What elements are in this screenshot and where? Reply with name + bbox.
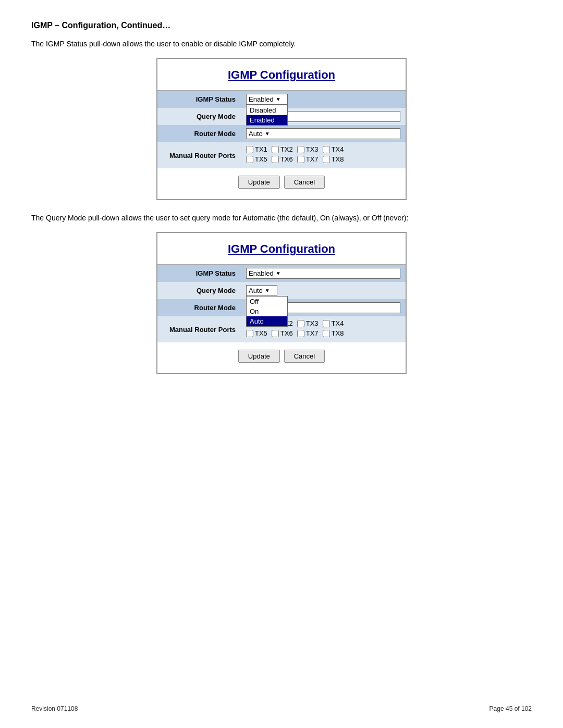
port-tx8-2[interactable]: TX8 <box>323 329 344 337</box>
router-mode-value-cell-1: Auto ▼ <box>241 125 406 142</box>
port-tx3-checkbox-2[interactable] <box>297 320 304 327</box>
port-tx6-1[interactable]: TX6 <box>272 155 293 163</box>
manual-router-ports-value-1: TX1 TX2 TX3 TX4 TX5 TX6 TX7 TX8 <box>241 142 406 168</box>
igmp-status-value-cell: Enabled ▼ Disabled Enabled <box>241 91 406 108</box>
port-tx4-1[interactable]: TX4 <box>323 145 344 153</box>
port-tx3-2[interactable]: TX3 <box>297 319 319 327</box>
igmp-status-chevron-icon: ▼ <box>276 96 281 102</box>
config-table-2: IGMP Status Enabled ▼ Query Mode <box>157 265 406 342</box>
port-tx5-1[interactable]: TX5 <box>246 155 267 163</box>
igmp-status-opt-enabled[interactable]: Enabled <box>247 115 287 125</box>
router-mode-text-1: Auto <box>249 130 263 138</box>
igmp-status-row-2: IGMP Status Enabled ▼ <box>157 265 406 282</box>
port-tx1-1[interactable]: TX1 <box>246 145 267 153</box>
port-tx7-checkbox-1[interactable] <box>297 156 304 163</box>
panel1-update-button[interactable]: Update <box>238 176 280 189</box>
manual-router-ports-row-1: Manual Router Ports TX1 TX2 TX3 TX4 TX5 … <box>157 142 406 168</box>
igmp-status-row: IGMP Status Enabled ▼ Disabled Enabled <box>157 91 406 108</box>
port-tx4-checkbox-2[interactable] <box>323 320 330 327</box>
port-tx7-checkbox-2[interactable] <box>297 330 304 337</box>
igmp-status-selected-text-2: Enabled <box>249 269 274 277</box>
port-tx6-2[interactable]: TX6 <box>272 329 293 337</box>
query-mode-label-1: Query Mode <box>157 108 241 125</box>
panel1-title: IGMP Configuration <box>157 59 406 91</box>
igmp-status-list: Disabled Enabled <box>246 105 288 126</box>
page-title: IGMP – Configuration, Continued… <box>31 21 532 30</box>
query-mode-chevron-icon-2: ▼ <box>265 288 270 293</box>
footer-page: Page 45 of 102 <box>489 705 532 712</box>
query-mode-opt-auto[interactable]: Auto <box>247 316 287 326</box>
port-tx6-checkbox-2[interactable] <box>272 330 279 337</box>
manual-router-ports-label-1: Manual Router Ports <box>157 142 241 168</box>
query-mode-value-cell-2: Auto ▼ Off On Auto <box>241 282 406 299</box>
router-mode-chevron-icon-1: ▼ <box>265 131 270 137</box>
config-panel-1: IGMP Configuration IGMP Status Enabled ▼… <box>156 58 407 200</box>
igmp-status-dropdown[interactable]: Enabled ▼ Disabled Enabled <box>246 94 288 105</box>
igmp-status-value-cell-2: Enabled ▼ <box>241 265 406 282</box>
query-mode-label-2: Query Mode <box>157 282 241 299</box>
description-2: The Query Mode pull-down allows the user… <box>31 213 532 224</box>
query-mode-row-2: Query Mode Auto ▼ Off On Auto <box>157 282 406 299</box>
panel2-wrapper: IGMP Configuration IGMP Status Enabled ▼… <box>31 232 532 374</box>
ports-row2-1: TX5 TX6 TX7 TX8 <box>246 155 400 163</box>
panel2-update-button[interactable]: Update <box>238 350 280 363</box>
ports-row2-2: TX5 TX6 TX7 TX8 <box>246 329 400 337</box>
query-mode-selected-text-2: Auto <box>249 287 263 294</box>
manual-router-ports-label-2: Manual Router Ports <box>157 316 241 342</box>
ports-row1-1: TX1 TX2 TX3 TX4 <box>246 145 400 153</box>
port-tx7-1[interactable]: TX7 <box>297 155 319 163</box>
panel2-cancel-button[interactable]: Cancel <box>284 350 325 363</box>
query-mode-opt-on[interactable]: On <box>247 306 287 316</box>
port-tx4-2[interactable]: TX4 <box>323 319 344 327</box>
port-tx5-checkbox-2[interactable] <box>246 330 253 337</box>
igmp-status-label: IGMP Status <box>157 91 241 108</box>
port-tx1-checkbox-1[interactable] <box>246 146 253 153</box>
panel2-title: IGMP Configuration <box>157 233 406 265</box>
igmp-status-opt-disabled[interactable]: Disabled <box>247 105 287 115</box>
igmp-status-chevron-icon-2: ▼ <box>276 270 281 276</box>
port-tx5-checkbox-1[interactable] <box>246 156 253 163</box>
query-mode-opt-off[interactable]: Off <box>247 297 287 306</box>
igmp-status-selected-text: Enabled <box>249 95 274 103</box>
config-panel-2: IGMP Configuration IGMP Status Enabled ▼… <box>156 232 407 374</box>
footer: Revision 071108 Page 45 of 102 <box>31 705 532 712</box>
router-mode-label-1: Router Mode <box>157 125 241 142</box>
query-mode-dropdown-2[interactable]: Auto ▼ Off On Auto <box>246 285 277 296</box>
footer-revision: Revision 071108 <box>31 705 78 712</box>
port-tx2-1[interactable]: TX2 <box>272 145 293 153</box>
port-tx3-1[interactable]: TX3 <box>297 145 319 153</box>
router-mode-label-2: Router Mode <box>157 299 241 316</box>
port-tx8-checkbox-1[interactable] <box>323 156 330 163</box>
port-tx7-2[interactable]: TX7 <box>297 329 319 337</box>
panel1-cancel-button[interactable]: Cancel <box>284 176 325 189</box>
port-tx8-1[interactable]: TX8 <box>323 155 344 163</box>
panel1-button-row: Update Cancel <box>157 176 406 189</box>
config-table-1: IGMP Status Enabled ▼ Disabled Enabled <box>157 91 406 168</box>
port-tx8-checkbox-2[interactable] <box>323 330 330 337</box>
panel1-wrapper: IGMP Configuration IGMP Status Enabled ▼… <box>31 58 532 200</box>
description-1: The IGMP Status pull-down allows the use… <box>31 39 532 50</box>
router-mode-row-1: Router Mode Auto ▼ <box>157 125 406 142</box>
query-mode-list-2: Off On Auto <box>246 296 288 327</box>
port-tx4-checkbox-1[interactable] <box>323 146 330 153</box>
panel2-button-row: Update Cancel <box>157 350 406 363</box>
igmp-status-label-2: IGMP Status <box>157 265 241 282</box>
port-tx5-2[interactable]: TX5 <box>246 329 267 337</box>
port-tx6-checkbox-1[interactable] <box>272 156 279 163</box>
port-tx2-checkbox-1[interactable] <box>272 146 279 153</box>
port-tx3-checkbox-1[interactable] <box>297 146 304 153</box>
